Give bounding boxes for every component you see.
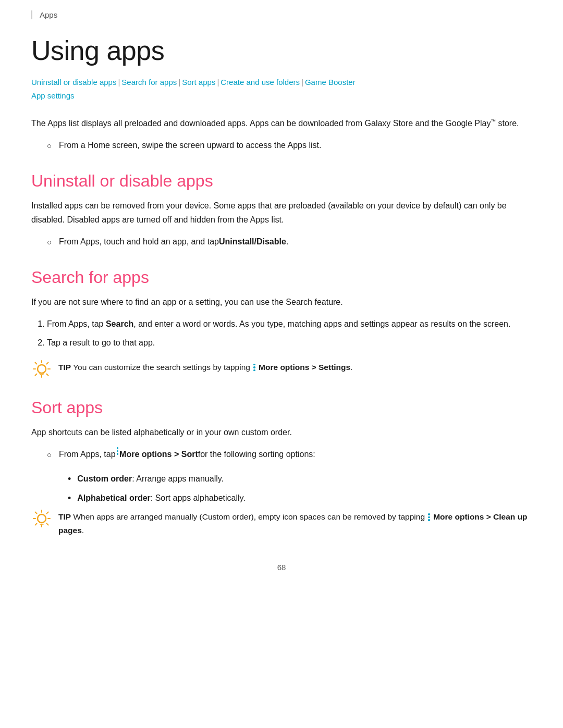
more-options-icon-3 — [428, 513, 430, 521]
section1-paragraph: Installed apps can be removed from your … — [31, 199, 532, 227]
link-uninstall[interactable]: Uninstall or disable apps — [31, 78, 116, 87]
page-title: Using apps — [31, 35, 532, 66]
svg-line-8 — [35, 374, 37, 375]
more-options-icon-2 — [117, 447, 119, 455]
section2-heading: Search for apps — [31, 268, 532, 287]
svg-line-19 — [35, 524, 37, 525]
link-sort[interactable]: Sort apps — [182, 78, 215, 87]
step-1: From Apps, tap Search, and enter a word … — [47, 317, 532, 331]
svg-line-18 — [47, 512, 48, 514]
tip-icon-2 — [31, 508, 52, 529]
step-2: Tap a result to go to that app. — [47, 336, 532, 350]
svg-line-7 — [47, 362, 48, 364]
svg-point-0 — [38, 365, 46, 373]
link-app-settings[interactable]: App settings — [31, 91, 75, 100]
tip-2: TIP When apps are arranged manually (Cus… — [31, 510, 532, 537]
tip-1: TIP You can customize the search setting… — [31, 361, 532, 379]
section2-steps: From Apps, tap Search, and enter a word … — [47, 317, 532, 350]
section3-intro: App shortcuts can be listed alphabetical… — [31, 426, 532, 439]
page-number: 68 — [31, 563, 532, 572]
section3-heading: Sort apps — [31, 398, 532, 417]
link-folders[interactable]: Create and use folders — [221, 78, 300, 87]
intro-bullet: From a Home screen, swipe the screen upw… — [47, 139, 532, 153]
svg-line-17 — [47, 524, 48, 525]
section2-intro: If you are not sure where to find an app… — [31, 295, 532, 309]
intro-paragraph: The Apps list displays all preloaded and… — [31, 117, 532, 130]
tip-1-text: TIP You can customize the search setting… — [58, 361, 352, 374]
link-search[interactable]: Search for apps — [121, 78, 177, 87]
nav-links: Uninstall or disable apps|Search for app… — [31, 76, 532, 102]
tip-2-text: TIP When apps are arranged manually (Cus… — [58, 510, 532, 537]
section1-heading: Uninstall or disable apps — [31, 171, 532, 191]
section3-bullet: From Apps, tap More options > Sort for t… — [47, 448, 532, 462]
link-game-booster[interactable]: Game Booster — [305, 78, 356, 87]
svg-point-11 — [38, 514, 46, 523]
svg-line-16 — [35, 512, 37, 514]
section3-sub-bullet-2: Alphabetical order: Sort apps alphabetic… — [68, 491, 532, 507]
svg-line-5 — [35, 362, 37, 364]
tip-icon-1 — [31, 359, 52, 379]
section3-sub-bullet-1: Custom order: Arrange apps manually. — [68, 472, 532, 487]
page-container: Apps Using apps Uninstall or disable app… — [0, 0, 563, 603]
section1-bullet: From Apps, touch and hold an app, and ta… — [47, 235, 532, 249]
svg-line-6 — [47, 374, 48, 375]
breadcrumb: Apps — [31, 10, 532, 19]
more-options-icon-1 — [253, 364, 255, 372]
